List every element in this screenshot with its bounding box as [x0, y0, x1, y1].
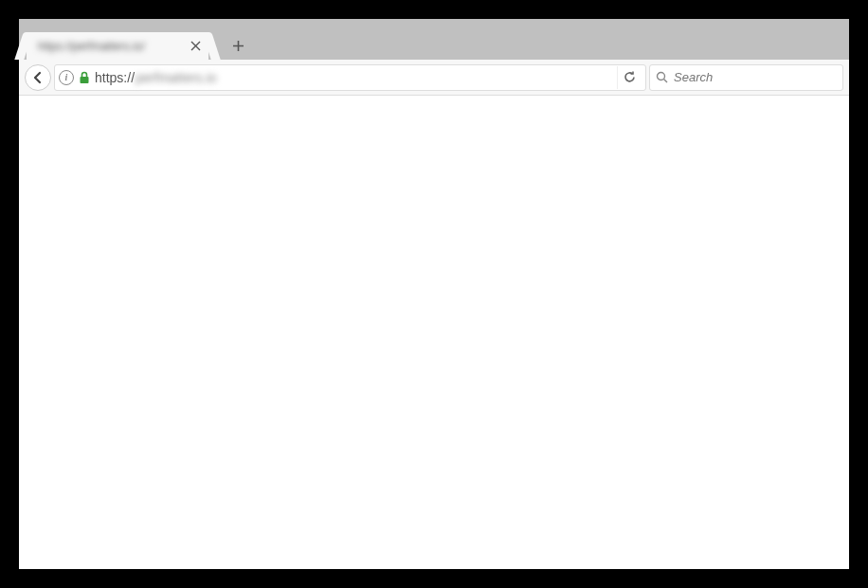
search-input[interactable] — [674, 70, 837, 84]
url-domain: perfmatters.io — [136, 70, 217, 85]
info-icon[interactable]: i — [59, 70, 74, 85]
url-protocol: https:// — [95, 70, 135, 85]
browser-tab[interactable]: https://perfmatters.io/ — [27, 32, 208, 60]
url-text: https:// perfmatters.io — [95, 70, 612, 85]
lock-icon[interactable] — [79, 71, 90, 84]
browser-window: https://perfmatters.io/ i https:// perfm… — [19, 19, 849, 569]
search-bar[interactable] — [649, 64, 843, 91]
svg-point-1 — [658, 73, 665, 80]
back-button[interactable] — [25, 64, 51, 91]
close-icon[interactable] — [188, 39, 203, 54]
search-icon — [656, 71, 668, 83]
tab-strip: https://perfmatters.io/ — [19, 19, 849, 60]
toolbar: i https:// perfmatters.io — [19, 60, 849, 96]
svg-rect-0 — [81, 77, 89, 83]
new-tab-button[interactable] — [226, 33, 250, 58]
tab-title: https://perfmatters.io/ — [38, 40, 188, 53]
address-bar[interactable]: i https:// perfmatters.io — [54, 64, 646, 91]
reload-button[interactable] — [617, 66, 642, 89]
page-content — [19, 96, 849, 569]
